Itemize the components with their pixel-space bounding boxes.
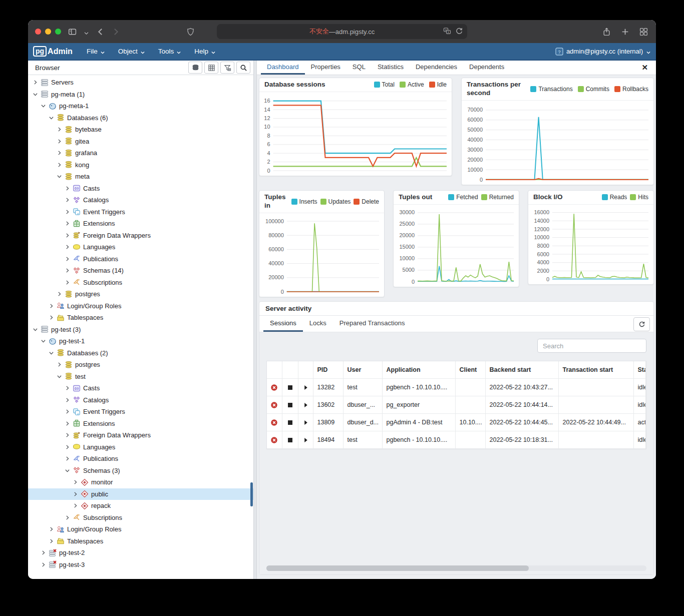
chevron-down-icon[interactable]	[47, 349, 56, 356]
chevron-down-icon[interactable]	[84, 29, 89, 35]
chevron-right-icon[interactable]	[63, 420, 72, 427]
tree-item-catalogs[interactable]: Catalogs	[28, 394, 253, 406]
tree-item-pg-meta-1[interactable]: pg-meta-1	[28, 100, 253, 112]
chevron-right-icon[interactable]	[63, 267, 72, 274]
chevron-right-icon[interactable]	[63, 220, 72, 227]
tree-item-extensions[interactable]: Extensions	[28, 218, 253, 230]
tree-item-tablespaces[interactable]: Tablespaces	[28, 312, 253, 324]
reload-icon[interactable]	[455, 27, 463, 35]
chevron-right-icon[interactable]	[71, 502, 80, 509]
tree-scrollbar-thumb[interactable]	[250, 482, 253, 506]
chevron-right-icon[interactable]	[39, 561, 48, 568]
chevron-right-icon[interactable]	[31, 79, 40, 86]
new-tab-icon[interactable]	[621, 28, 629, 36]
terminate-session-button[interactable]	[267, 431, 282, 449]
terminate-session-button[interactable]	[267, 379, 282, 396]
tree-item-bytebase[interactable]: bytebase	[28, 124, 253, 136]
column-header-user[interactable]: User	[343, 361, 382, 379]
chevron-right-icon[interactable]	[55, 138, 64, 145]
tab-statistics[interactable]: Statistics	[372, 61, 410, 75]
object-storage-button[interactable]	[188, 62, 202, 74]
tab-prepared-transactions[interactable]: Prepared Transactions	[333, 316, 412, 332]
cancel-query-button[interactable]	[282, 414, 298, 431]
address-bar[interactable]: 不安全 — adm.pigsty.cc A文	[217, 24, 467, 39]
chevron-right-icon[interactable]	[55, 291, 64, 298]
tab-dashboard[interactable]: Dashboard	[261, 61, 305, 75]
tree-item-schemas-14[interactable]: Schemas (14)	[28, 265, 253, 277]
chevron-right-icon[interactable]	[63, 279, 72, 286]
session-row[interactable]: 13809dbuser_d...pgAdmin 4 - DB:test10.10…	[267, 414, 646, 431]
tree-item-event-triggers[interactable]: Event Triggers	[28, 406, 253, 418]
search-input[interactable]	[537, 339, 646, 353]
tree-item-foreign-data-wrappers[interactable]: Foreign Data Wrappers	[28, 429, 253, 441]
horizontal-scrollbar[interactable]	[266, 565, 646, 571]
chevron-right-icon[interactable]	[63, 432, 72, 439]
chevron-right-icon[interactable]	[39, 549, 48, 556]
tree-item-pg-test-3[interactable]: pg-test-3	[28, 559, 253, 571]
tree-item-schemas-3[interactable]: Schemas (3)	[28, 465, 253, 477]
tree-item-gitea[interactable]: gitea	[28, 136, 253, 148]
chevron-right-icon[interactable]	[63, 396, 72, 403]
chevron-down-icon[interactable]	[47, 114, 56, 121]
tree-item-catalogs[interactable]: Catalogs	[28, 194, 253, 206]
horizontal-scrollbar-thumb[interactable]	[266, 565, 529, 571]
tab-sql[interactable]: SQL	[347, 61, 372, 75]
zoom-window-button[interactable]	[55, 29, 61, 35]
chevron-down-icon[interactable]	[63, 467, 72, 474]
tree-item-kong[interactable]: kong	[28, 159, 253, 171]
back-button-icon[interactable]	[96, 28, 105, 36]
chevron-down-icon[interactable]	[39, 338, 48, 345]
tree-item-casts[interactable]: 69Casts	[28, 382, 253, 394]
tree-item-extensions[interactable]: Extensions	[28, 418, 253, 430]
tree-item-pg-meta-1[interactable]: pg-meta (1)	[28, 89, 253, 101]
menu-tools[interactable]: Tools	[158, 48, 182, 55]
tree-item-tablespaces[interactable]: Tablespaces	[28, 535, 253, 547]
tree-item-languages[interactable]: Languages	[28, 441, 253, 453]
tree-item-login-group-roles[interactable]: Login/Group Roles	[28, 300, 253, 312]
tree-item-login-group-roles[interactable]: Login/Group Roles	[28, 523, 253, 535]
panel-splitter[interactable]	[253, 61, 257, 579]
tree-item-publications[interactable]: Publications	[28, 453, 253, 465]
chevron-right-icon[interactable]	[63, 185, 72, 192]
tree-item-databases-2[interactable]: Databases (2)	[28, 347, 253, 359]
column-header-state[interactable]: State	[633, 361, 646, 379]
chevron-right-icon[interactable]	[55, 161, 64, 168]
tree-item-repack[interactable]: repack	[28, 500, 253, 512]
chevron-right-icon[interactable]	[55, 150, 64, 157]
tree-item-languages[interactable]: Languages	[28, 241, 253, 253]
cancel-query-button[interactable]	[282, 431, 298, 449]
cancel-query-button[interactable]	[282, 396, 298, 414]
tree-item-public[interactable]: public	[28, 488, 253, 500]
chevron-right-icon[interactable]	[63, 208, 72, 215]
tab-locks[interactable]: Locks	[303, 316, 333, 332]
tree-item-databases-6[interactable]: Databases (6)	[28, 112, 253, 124]
tree-item-event-triggers[interactable]: Event Triggers	[28, 206, 253, 218]
expand-row-button[interactable]	[298, 396, 313, 414]
sidebar-toggle-icon[interactable]	[68, 28, 77, 36]
chevron-right-icon[interactable]	[63, 197, 72, 204]
session-row[interactable]: 13282testpgbench - 10.10.10....2022-05-2…	[267, 379, 646, 396]
share-icon[interactable]	[602, 28, 611, 36]
minimize-window-button[interactable]	[45, 29, 51, 35]
cancel-query-button[interactable]	[282, 379, 298, 396]
chevron-right-icon[interactable]	[55, 126, 64, 133]
tree-item-pg-test-3[interactable]: pg-test (3)	[28, 324, 253, 336]
chevron-down-icon[interactable]	[55, 373, 64, 380]
menu-object[interactable]: Object	[118, 48, 145, 55]
chevron-right-icon[interactable]	[47, 314, 56, 321]
column-header-pid[interactable]: PID	[313, 361, 343, 379]
session-row[interactable]: 13602dbuser_...pg_exporter2022-05-22 10:…	[267, 396, 646, 414]
tab-sessions[interactable]: Sessions	[263, 316, 303, 332]
chevron-right-icon[interactable]	[63, 244, 72, 251]
tree-item-subscriptions[interactable]: Subscriptions	[28, 277, 253, 289]
session-row[interactable]: 18494testpgbench - 10.10.10....2022-05-2…	[267, 431, 646, 449]
expand-row-button[interactable]	[298, 379, 313, 396]
tree-item-test[interactable]: test	[28, 371, 253, 383]
chevron-right-icon[interactable]	[71, 490, 80, 497]
column-header-backend-start[interactable]: Backend start	[485, 361, 558, 379]
tree-item-casts[interactable]: 69Casts	[28, 183, 253, 195]
tree-item-grafana[interactable]: grafana	[28, 147, 253, 159]
grid-view-button[interactable]	[204, 62, 218, 74]
chevron-right-icon[interactable]	[47, 302, 56, 309]
expand-row-button[interactable]	[298, 414, 313, 431]
